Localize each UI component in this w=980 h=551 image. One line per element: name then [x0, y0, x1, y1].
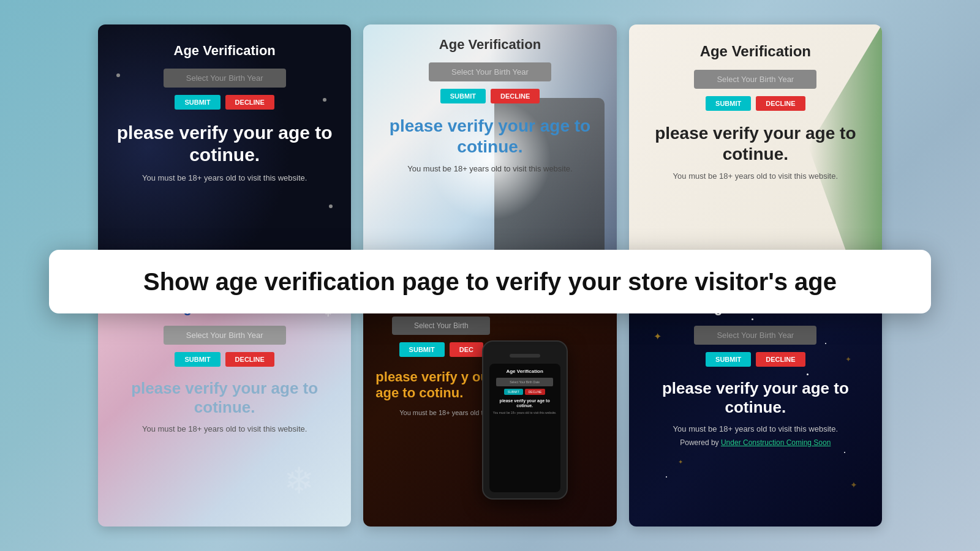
card3-birth-input[interactable]: Select Your Birth Year: [694, 70, 816, 89]
card5-birth-input[interactable]: Select Your Birth: [392, 317, 490, 335]
phone-screen: Age Verification Select Your Birth Date …: [489, 364, 560, 492]
card1-submit-btn[interactable]: SUBMIT: [175, 95, 220, 110]
card6-btn-row: SUBMIT DECLINE: [706, 352, 805, 367]
card4-heading: please verify your age to cotinue.: [110, 379, 339, 417]
phone-title: Age Verification: [506, 369, 543, 374]
card6-submit-btn[interactable]: SUBMIT: [706, 352, 751, 367]
card1-subtext: You must be 18+ years old to visit this …: [142, 173, 307, 182]
card5-subtext: You must be 18+ years old t: [399, 409, 483, 416]
card6-powered-by: Powered by Under Construction Coming Soo…: [680, 438, 831, 447]
card3-heading: please verify your age to cotinue.: [641, 123, 870, 164]
card4-btn-row: SUBMIT DECLINE: [175, 352, 274, 367]
card6-birth-input[interactable]: Select Your Birth Year: [694, 326, 816, 345]
card2-btn-row: SUBMIT DECLINE: [440, 89, 540, 103]
phone-verify-heading: please verify your age to cotinue.: [493, 399, 557, 409]
card4-decline-btn[interactable]: DECLINE: [225, 352, 274, 367]
card6-heading: please verify your age to cotinue.: [641, 379, 870, 417]
card2-title: Age Verification: [439, 37, 541, 53]
card-light-blur: Age Verification Select Your Birth Year …: [363, 24, 616, 269]
card5-decline-btn[interactable]: DEC: [450, 342, 483, 357]
card-dark-stars: ✦ ✦ ✦ ✦ Age Verification Select Your Bir…: [629, 282, 882, 527]
card-light-cream: Age Verification Select Your Birth Year …: [629, 24, 882, 269]
main-container: Age Verification Select Your Birth Year …: [0, 0, 980, 551]
card4-birth-input[interactable]: Select Your Birth Year: [164, 326, 286, 345]
card2-heading: please verify your age to cotinue.: [375, 116, 604, 157]
card6-decline-btn[interactable]: DECLINE: [756, 352, 805, 367]
phone-input: Select Your Birth Date: [496, 378, 554, 386]
phone-input-text: Select Your Birth Date: [510, 380, 540, 384]
card-dark-navy: Age Verification Select Your Birth Year …: [98, 24, 351, 269]
card2-decline-btn[interactable]: DECLINE: [491, 89, 540, 103]
card3-submit-btn[interactable]: SUBMIT: [706, 96, 751, 111]
card3-title: Age Verification: [700, 43, 811, 60]
phone-decline-btn[interactable]: DECLINE: [525, 389, 546, 395]
card2-birth-input[interactable]: Select Your Birth Year: [429, 62, 551, 81]
banner-overlay: Show age verification page to verify you…: [49, 250, 931, 313]
card-dark-brown: Age Verification Select Your Birth SUBMI…: [363, 282, 616, 527]
card1-decline-btn[interactable]: DECLINE: [225, 95, 274, 110]
card1-heading: please verify your age to cotinue.: [110, 122, 339, 166]
phone-submit-btn[interactable]: SUBMIT: [504, 389, 523, 395]
card5-submit-btn[interactable]: SUBMIT: [399, 342, 445, 357]
card-pink-winter: ❄ ❄ Age Verification Select Your Birth Y…: [98, 282, 351, 527]
card1-birth-input[interactable]: Select Your Birth Year: [164, 69, 286, 88]
card2-subtext: You must be 18+ years old to visit this …: [407, 164, 572, 173]
phone-verify-subtext: You must be 18+ years old to visit this …: [493, 411, 557, 414]
card5-btn-row: SUBMIT DEC: [399, 342, 483, 357]
powered-text: Powered by: [680, 438, 721, 447]
card6-subtext: You must be 18+ years old to visit this …: [673, 424, 838, 433]
card3-decline-btn[interactable]: DECLINE: [756, 96, 805, 111]
card4-subtext: You must be 18+ years old to visit this …: [142, 424, 307, 433]
phone-notch: [510, 354, 540, 358]
powered-link[interactable]: Under Construction Coming Soon: [721, 438, 831, 447]
card4-submit-btn[interactable]: SUBMIT: [175, 352, 220, 367]
phone-btn-row: SUBMIT DECLINE: [504, 389, 546, 395]
phone-mockup: Age Verification Select Your Birth Date …: [482, 340, 568, 500]
card1-title: Age Verification: [174, 43, 276, 59]
card3-btn-row: SUBMIT DECLINE: [706, 96, 805, 111]
card3-subtext: You must be 18+ years old to visit this …: [673, 171, 838, 181]
card1-btn-row: SUBMIT DECLINE: [175, 95, 274, 110]
card2-submit-btn[interactable]: SUBMIT: [440, 89, 486, 103]
banner-text: Show age verification page to verify you…: [143, 267, 837, 296]
